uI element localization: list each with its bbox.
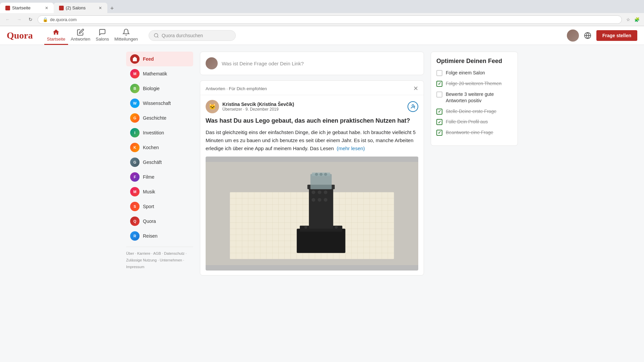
optimize-label-2: Bewerte 3 weitere gute Antworten positiv (446, 91, 512, 104)
answer-question[interactable]: Was hast Du aus Lego gebaut, das auch ei… (206, 117, 418, 125)
sidebar-label-filme: Filme (143, 174, 154, 180)
right-sidebar: Optimiere Deinen Feed Folge einem Salon … (431, 52, 518, 276)
svg-point-56 (312, 198, 315, 202)
svg-rect-43 (297, 229, 345, 253)
reisen-icon: R (130, 231, 140, 241)
svg-point-2 (412, 105, 414, 106)
browser-tab-active[interactable]: Startseite ✕ (0, 3, 54, 13)
language-icon[interactable] (583, 31, 592, 40)
footer-link-impressum[interactable]: Impressum (126, 265, 144, 269)
sidebar-label-investition: Investition (143, 130, 164, 135)
sidebar-item-geschichte[interactable]: G Geschichte (126, 111, 193, 125)
sidebar-label-reisen: Reisen (143, 233, 158, 239)
optimize-item-2: Bewerte 3 weitere gute Antworten positiv (436, 91, 512, 104)
sidebar-item-quora[interactable]: Q Quora (126, 214, 193, 229)
ask-box[interactable]: Was ist Deine Frage oder Dein Link? (200, 52, 424, 75)
sidebar-label-mathematik: Mathematik (143, 71, 167, 76)
search-placeholder: Quora durchsuchen (162, 33, 203, 38)
footer-link-karriere[interactable]: Karriere (137, 251, 150, 255)
follow-author-button[interactable] (408, 101, 418, 112)
sidebar-label-kochen: Kochen (143, 145, 159, 150)
svg-rect-59 (310, 174, 331, 189)
filme-icon: F (130, 172, 140, 182)
forward-button[interactable]: → (15, 15, 23, 24)
ask-box-placeholder[interactable]: Was ist Deine Frage oder Dein Link? (222, 61, 418, 66)
sidebar-label-biologie: Biologie (143, 86, 160, 91)
sidebar-item-mathematik[interactable]: M Mathematik (126, 66, 193, 81)
author-date: 9. Dezember 2019 (246, 107, 279, 112)
nav-salons[interactable]: Salons (93, 26, 112, 45)
sidebar-item-sport[interactable]: S Sport (126, 199, 193, 214)
sidebar-item-biologie[interactable]: B Biologie (126, 81, 193, 96)
address-bar[interactable]: 🔒 de.quora.com (38, 15, 622, 24)
optimize-checkbox-3[interactable] (436, 109, 442, 115)
refresh-button[interactable]: ↻ (26, 15, 35, 24)
star-icon[interactable]: ☆ (625, 16, 632, 23)
tab-close-1[interactable]: ✕ (45, 6, 48, 10)
svg-point-0 (154, 34, 158, 37)
optimize-checkbox-2[interactable] (436, 92, 442, 98)
optimize-checkbox-4[interactable] (436, 119, 442, 125)
sidebar-item-feed[interactable]: Feed (126, 52, 193, 66)
sidebar-item-reisen[interactable]: R Reisen (126, 229, 193, 243)
ask-question-button[interactable]: Frage stellen (596, 30, 637, 41)
optimize-item-5: Beantworte eine Frage (436, 129, 512, 136)
author-meta: Übersetzer · 9. Dezember 2019 (222, 107, 404, 112)
answer-card-tag: Antworten · Für Dich empfohlen (206, 86, 267, 91)
author-avatar[interactable]: 🐱 (206, 100, 219, 113)
optimize-label-3: Stelle Deine erste Frage (446, 108, 496, 115)
footer-link-nutzung[interactable]: Zulässige Nutzung (126, 258, 157, 262)
footer-link-agb[interactable]: AGB (153, 251, 161, 255)
feed-optimize-title: Optimiere Deinen Feed (436, 57, 512, 65)
sidebar-item-investition[interactable]: I Investition (126, 125, 193, 140)
chat-icon (99, 28, 106, 36)
optimize-item-1: Folge 20 weiteren Themen (436, 80, 512, 87)
user-avatar[interactable] (567, 29, 579, 42)
sidebar-item-musik[interactable]: M Musik (126, 184, 193, 199)
header-right: Frage stellen (567, 29, 637, 42)
author-name[interactable]: Kristina Sevcik (Kristína Ševčík) (222, 102, 404, 107)
sidebar-item-wissenschaft[interactable]: W Wissenschaft (126, 96, 193, 111)
search-icon (154, 33, 159, 38)
back-button[interactable]: ← (3, 15, 12, 24)
extensions-icon[interactable]: 🧩 (633, 16, 641, 23)
browser-tab-2[interactable]: (2) Salons ✕ (54, 3, 107, 13)
search-bar[interactable]: Quora durchsuchen (149, 30, 236, 41)
optimize-checkbox-5[interactable] (436, 130, 442, 136)
sidebar-item-kochen[interactable]: K Kochen (126, 140, 193, 155)
svg-point-45 (304, 226, 307, 229)
footer-link-unternehmen[interactable]: Unternehmen (160, 258, 182, 262)
sidebar-item-geschaeft[interactable]: G Geschäft (126, 155, 193, 170)
author-date-separator: · (243, 107, 246, 112)
tab-label-1: Startseite (12, 5, 31, 10)
answer-card-close-button[interactable]: ✕ (413, 85, 418, 92)
optimize-checkbox-0[interactable] (436, 70, 442, 76)
svg-point-61 (315, 173, 318, 176)
new-tab-button[interactable]: + (107, 4, 117, 13)
sidebar-item-filme[interactable]: F Filme (126, 170, 193, 184)
svg-point-58 (324, 198, 327, 202)
lock-icon: 🔒 (43, 17, 48, 22)
nav-startseite[interactable]: Startseite (44, 26, 68, 45)
quora-logo[interactable]: Quora (7, 30, 33, 41)
musik-icon: M (130, 187, 140, 196)
footer-link-ueber[interactable]: Über (126, 251, 134, 255)
answer-card: Antworten · Für Dich empfohlen ✕ 🐱 Krist… (200, 80, 424, 276)
feed-icon (130, 54, 140, 64)
left-sidebar: Feed M Mathematik B Biologie W Wissensch… (126, 52, 193, 276)
footer-link-datenschutz[interactable]: Datenschutz (164, 251, 184, 255)
nav-antworten[interactable]: Antworten (68, 26, 93, 45)
svg-point-50 (335, 226, 338, 229)
optimize-label-0: Folge einem Salon (446, 70, 485, 76)
optimize-item-4: Fülle Dein Profil aus (436, 119, 512, 125)
optimize-checkbox-1[interactable] (436, 81, 442, 87)
ask-box-avatar (206, 57, 218, 69)
svg-point-63 (324, 173, 327, 176)
more-link[interactable]: (mehr lesen) (337, 145, 365, 151)
nav-mitteilungen[interactable]: Mitteilungen (112, 26, 141, 45)
sidebar-label-geschichte: Geschichte (143, 115, 166, 121)
tab-close-2[interactable]: ✕ (99, 6, 102, 10)
sidebar-label-musik: Musik (143, 189, 155, 194)
sport-icon: S (130, 202, 140, 211)
answer-image (206, 157, 418, 270)
